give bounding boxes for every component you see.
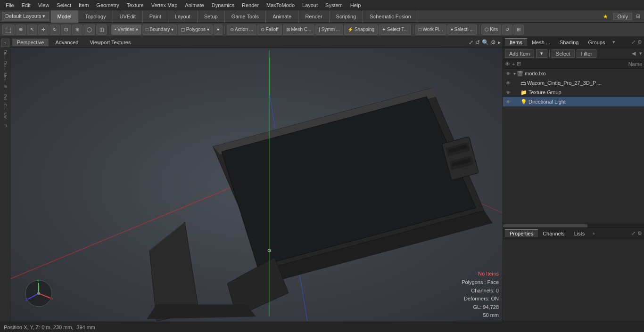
items-scrollbar[interactable] [503,224,644,227]
tab-setup[interactable]: Setup [198,10,225,23]
tool-cursor[interactable]: ↖ [27,24,37,35]
expand-button[interactable]: ⊞ [634,12,642,20]
item-directional-light[interactable]: 👁 ▾ 💡 Directional Light [503,97,644,106]
item-vis-texture[interactable]: 👁 [505,89,512,96]
more-button[interactable]: ▾ [214,24,223,35]
vp-ctrl-refresh[interactable]: ↺ [475,39,480,46]
vp-ctrl-expand[interactable]: ⤢ [469,39,473,46]
rotate2-button[interactable]: ↺ [502,24,512,35]
items-icon-ref[interactable]: ⊞ [517,61,521,67]
vp-tab-advanced[interactable]: Advanced [50,39,83,46]
panel-settings-btn[interactable]: ⚙ [637,39,642,45]
select-button[interactable]: Select [552,49,575,58]
item-vis-light[interactable]: 👁 [505,98,512,105]
tab-paint[interactable]: Paint [143,10,168,23]
tab-animate[interactable]: Animate [266,10,298,23]
panel-expand-btn[interactable]: ⤢ [631,39,636,45]
menu-help[interactable]: Help [347,1,365,9]
item-texture-group[interactable]: 👁 ▾ 📁 Texture Group [503,88,644,97]
item-modo-lxo[interactable]: 👁 ▾ 🎬 modo.lxo [503,69,644,78]
items-more-btn[interactable]: ▾ [639,50,642,57]
panel-tab-mesh[interactable]: Mesh ... [527,39,555,46]
left-tool-1[interactable]: D [1,39,9,47]
menu-render[interactable]: Render [238,1,263,9]
selecti-button[interactable]: ▾ Selecti ... [447,24,477,35]
menu-layout[interactable]: Layout [298,1,322,9]
panel-tab-items[interactable]: Items [505,38,527,46]
vertices-button[interactable]: • Vertices ▾ [111,24,141,35]
tool-scale[interactable]: ⊡ [61,24,71,35]
tool-circle[interactable]: ⊕ [16,24,26,35]
grid3-button[interactable]: ⊞ [513,24,524,35]
falloff-button[interactable]: ⊙ Falloff [257,24,282,35]
prop-settings-btn[interactable]: ⚙ [637,230,642,236]
filter-button[interactable]: Filter [577,49,596,58]
item-expand-modo[interactable]: ▾ [513,71,516,76]
tool-pen[interactable]: ◫ [96,24,107,35]
tool-rotate[interactable]: ↻ [50,24,60,35]
work-pl-button[interactable]: □ Work Pl... [415,24,446,35]
tab-game-tools[interactable]: Game Tools [225,10,266,23]
menu-maxtomodo[interactable]: MaxToModo [263,1,298,9]
menu-system[interactable]: System [322,1,347,9]
select-t-button[interactable]: ✦ Select T... [379,24,411,35]
left-label-f: F [3,124,8,127]
only-button[interactable]: Only [613,13,632,20]
tab-uvedit[interactable]: UVEdit [113,10,143,23]
prop-tab-channels[interactable]: Channels [538,230,569,237]
menu-view[interactable]: View [34,1,53,9]
item-vis-modo[interactable]: 👁 [505,70,512,77]
item-wacom[interactable]: 👁 ▾ 🗃 Wacom_Cintiq_Pro_27_3D_P ... [503,78,644,88]
menu-animate[interactable]: Animate [181,1,207,9]
items-icon-eye1[interactable]: 👁 [505,61,510,67]
tool-transform[interactable]: ⊞ [72,24,83,35]
symm-button[interactable]: | Symm ... [315,24,343,35]
menu-edit[interactable]: Edit [18,1,34,9]
tab-model[interactable]: Model [51,10,79,23]
vp-ctrl-search[interactable]: 🔍 [482,39,489,46]
panel-tab-add[interactable]: ▾ [610,38,618,46]
items-collapse-btn[interactable]: ◀ [632,50,636,57]
vp-tab-perspective[interactable]: Perspective [12,39,49,46]
add-item-button[interactable]: Add Item [505,49,534,58]
item-vis-wacom[interactable]: 👁 [505,80,512,86]
tab-layout[interactable]: Layout [168,10,198,23]
menu-geometry[interactable]: Geometry [92,1,123,9]
tool-move[interactable]: ✛ [38,24,49,35]
vp-ctrl-settings[interactable]: ⚙ [491,39,496,46]
vp-ctrl-more[interactable]: ▸ [498,39,501,46]
prop-tab-add[interactable]: + [589,230,598,237]
menu-texture[interactable]: Texture [123,1,148,9]
panel-tab-shading[interactable]: Shading [555,39,583,46]
prop-tab-properties[interactable]: Properties [505,229,538,237]
star-button[interactable]: ★ [600,12,611,21]
prop-expand-btn[interactable]: ⤢ [631,230,636,236]
tab-topology[interactable]: Topology [78,10,113,23]
default-layouts-dropdown[interactable]: Default Layouts ▾ [2,12,49,21]
svg-point-28 [37,292,40,295]
action-button[interactable]: ⊙ Action ... [227,24,256,35]
polygons-button[interactable]: ◻ Polygons ▾ [178,24,213,35]
vp-tab-viewport-textures[interactable]: Viewport Textures [85,39,135,46]
items-icon-add[interactable]: + [512,61,515,67]
snapping-button[interactable]: ⚡ Snapping [344,24,378,35]
add-item-arrow[interactable]: ▾ [536,49,547,58]
menu-item[interactable]: Item [75,1,92,9]
svg-text:Z: Z [25,298,28,302]
left-label-uv: UV: [3,113,8,120]
menu-select[interactable]: Select [53,1,75,9]
prop-tab-lists[interactable]: Lists [570,230,590,237]
panel-tab-groups[interactable]: Groups [583,39,610,46]
tab-schematic-fusion[interactable]: Schematic Fusion [363,10,418,23]
boundary-button[interactable]: □ Boundary ▾ [142,24,177,35]
menu-dynamics[interactable]: Dynamics [208,1,238,9]
items-toolbar: Add Item ▾ Select Filter ◀ ▾ [503,48,644,59]
tab-render[interactable]: Render [298,10,329,23]
tool-edit[interactable]: ◯ [83,24,95,35]
mesh-c-button[interactable]: ⊠ Mesh C... [283,24,315,35]
tool-select-mode[interactable]: ⬚ [2,24,15,35]
kits-button[interactable]: ⬡ Kits [481,24,501,35]
tab-scripting[interactable]: Scripting [330,10,363,23]
menu-vertex-map[interactable]: Vertex Map [148,1,182,9]
menu-file[interactable]: File [2,1,18,9]
